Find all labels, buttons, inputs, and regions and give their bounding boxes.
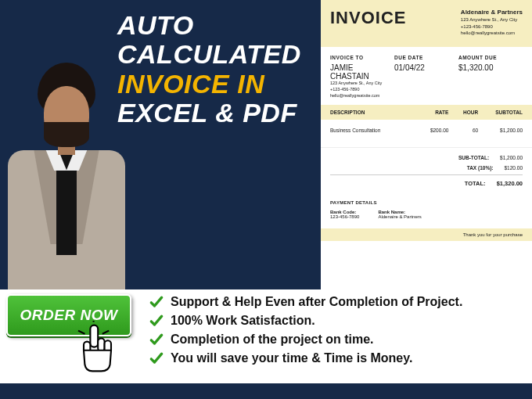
amount-due-label: AMOUNT DUE [458,55,523,60]
due-date-label: DUE DATE [394,55,458,60]
list-item: Completion of the project on time. [149,332,524,347]
bill-to-email: hello@reallygreatsite.com [330,93,394,99]
col-hour: HOUR [448,110,478,115]
feature-text: You will save your time & Time is Money. [171,351,412,365]
subtotal-label: SUB-TOTAL: [458,155,489,160]
check-icon [149,313,164,329]
footer-bar [0,383,532,399]
table-header: DESCRIPTION RATE HOUR SUBTOTAL [321,105,532,120]
table-row: Business Consultation $200.00 60 $1,200.… [321,120,532,148]
bill-to-name: JAMIE CHASTAIN [330,63,394,81]
list-item: You will save your time & Time is Money. [149,350,524,366]
svg-rect-0 [90,325,98,347]
total-label: TOTAL: [465,180,486,187]
company-name: Aldenaire & Partners [461,8,523,16]
feature-text: Support & Help Even after Completion of … [171,295,462,309]
bank-code: 123-456-7890 [330,214,359,219]
bill-to-addr: 123 Anywhere St., Any City [330,81,394,87]
check-icon [149,294,164,310]
payment-title: PAYMENT DETAILS [330,200,523,205]
list-item: 100% Work Satisfaction. [149,313,524,329]
bank-name: Aldenaire & Partners [378,214,421,219]
tax-label: TAX (10%): [467,165,494,171]
check-icon [149,350,164,366]
payment-details: PAYMENT DETAILS Bank Code: 123-456-7890 … [321,194,532,222]
headline-line-1: AUTO [117,11,321,40]
person-illustration [0,63,133,289]
invoice-thanks: Thank you for your purchase [321,228,532,241]
headline: AUTO CALCULATED INVOICE IN EXCEL & PDF [117,11,321,128]
headline-line-2: CALCULATED [117,40,321,69]
headline-line-4: EXCEL & PDF [117,99,321,128]
pointer-hand-icon [67,321,122,376]
cell-subtotal: $1,200.00 [478,128,523,133]
feature-text: 100% Work Satisfaction. [171,314,315,328]
list-item: Support & Help Even after Completion of … [149,294,524,310]
company-email: hello@reallygreatsite.com [461,30,523,36]
company-block: Aldenaire & Partners 123 Anywhere St., A… [461,8,523,36]
col-subtotal: SUBTOTAL [478,110,523,115]
subtotal-value: $1,200.00 [500,155,523,160]
company-phone: +123-456-7890 [461,23,523,30]
amount-due: $1,320.00 [458,63,523,72]
svg-rect-1 [98,338,104,351]
headline-line-3: INVOICE IN [117,70,321,99]
tax-value: $120.00 [505,165,523,171]
hero-banner: AUTO CALCULATED INVOICE IN EXCEL & PDF I… [0,0,532,289]
bottom-section: ORDER NOW Support & Help Even after Comp… [0,289,532,383]
cell-hour: 60 [448,128,478,133]
total-value: $1,320.00 [497,180,523,187]
invoice-title: INVOICE [330,8,406,36]
feature-text: Completion of the project on time. [171,332,374,347]
feature-list: Support & Help Even after Completion of … [149,294,524,369]
col-rate: RATE [412,110,448,115]
company-addr: 123 Anywhere St., Any City [461,16,523,23]
due-date: 01/04/22 [394,63,458,72]
bill-to-phone: +123-456-7890 [330,87,394,93]
col-desc: DESCRIPTION [330,110,412,115]
cell-desc: Business Consultation [330,128,412,133]
totals-block: SUB-TOTAL: $1,200.00 TAX (10%): $120.00 … [321,148,532,194]
check-icon [149,332,164,347]
invoice-preview: INVOICE Aldenaire & Partners 123 Anywher… [321,0,532,289]
invoice-to-label: INVOICE TO [330,55,394,60]
cell-rate: $200.00 [412,128,448,133]
